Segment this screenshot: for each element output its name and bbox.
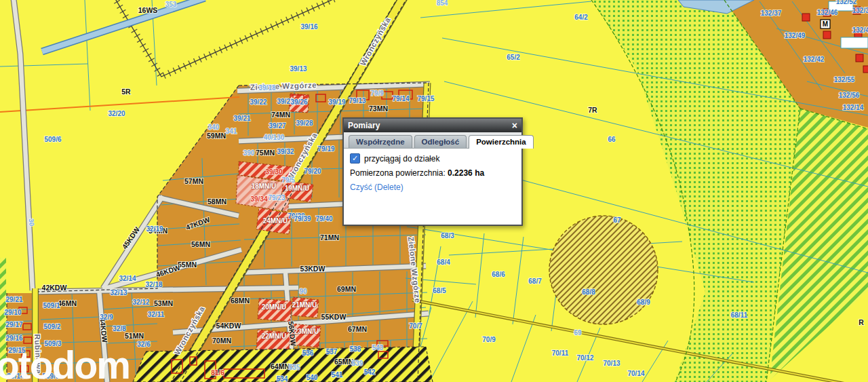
map-label: 64MN bbox=[271, 362, 290, 370]
map-label: 39/13 bbox=[290, 65, 307, 73]
dialog-title: Pomiary bbox=[348, 121, 512, 130]
map-label: 68/3 bbox=[441, 232, 454, 240]
map-label: 79/23 bbox=[268, 194, 285, 202]
map-label: 353 bbox=[165, 1, 177, 8]
map-label: 132/52 bbox=[836, 0, 857, 5]
map-label: 70MN bbox=[212, 337, 231, 345]
map-label: 854 bbox=[437, 0, 448, 7]
map-label: 70/9 bbox=[482, 336, 496, 343]
map-label: 70/7 bbox=[409, 322, 422, 330]
map-label: 132/46 bbox=[817, 9, 838, 16]
snap-checkbox[interactable]: ✓ bbox=[350, 153, 360, 164]
map-label: 57MN bbox=[184, 177, 203, 185]
map-label: 70/12 bbox=[576, 354, 593, 362]
close-icon[interactable]: × bbox=[512, 121, 517, 130]
map-label: 32/18 bbox=[145, 281, 162, 288]
map-label: 79/13 bbox=[349, 97, 366, 104]
map-label: 68/9 bbox=[637, 299, 650, 306]
map-label: 32/13 bbox=[110, 289, 127, 297]
map-label: 32/8 bbox=[113, 325, 126, 332]
map-label: 71MN bbox=[320, 233, 339, 242]
map-label: 537 bbox=[326, 348, 338, 356]
map-label: 29/21 bbox=[5, 296, 22, 303]
map-label: 68/4 bbox=[437, 259, 450, 266]
map-label: 65MN bbox=[334, 358, 353, 366]
map-label: 58MN bbox=[208, 197, 226, 206]
map-label: 46MN bbox=[58, 299, 77, 307]
map-label: 39/27 bbox=[269, 122, 285, 130]
map-label: 68/7 bbox=[528, 278, 542, 285]
map-label: 18MN/U bbox=[252, 183, 277, 190]
map-label: 132/45 bbox=[852, 26, 868, 34]
map-label: 79/19 bbox=[317, 145, 334, 153]
map-label: 70/14 bbox=[627, 370, 644, 377]
map-label: 55MN bbox=[178, 261, 197, 269]
map-label: 69MN bbox=[337, 285, 356, 293]
map-label: 68/8 bbox=[582, 288, 595, 296]
map-label: 55KDW bbox=[321, 313, 347, 321]
map-label: 79/20 bbox=[304, 168, 321, 175]
map-label: 42KDW bbox=[42, 284, 67, 292]
map-label: 39/30 bbox=[265, 168, 282, 176]
map-label: 22MN/U bbox=[262, 332, 287, 340]
map-label: 90 bbox=[299, 288, 307, 295]
clear-measurement-link[interactable]: Czyść (Delete) bbox=[350, 183, 403, 192]
map-label: 75MN bbox=[256, 149, 275, 157]
map-label: 132/56 bbox=[839, 92, 860, 99]
map-label: 40/130 bbox=[264, 134, 285, 141]
map-label: 20MN/U bbox=[262, 303, 287, 311]
map-label: 32/9 bbox=[100, 313, 113, 321]
measured-area-value: 0.2236 ha bbox=[448, 168, 484, 178]
dialog-tabs: Współrzędne Odległość Powierzchnia bbox=[344, 132, 521, 149]
map-label: 39/22 bbox=[250, 98, 267, 106]
snap-checkbox-label[interactable]: przyciągaj do działek bbox=[364, 154, 439, 164]
map-label: 509/2 bbox=[43, 323, 60, 330]
map-label: 5R bbox=[121, 88, 131, 96]
map-label: 7R bbox=[588, 106, 597, 114]
tab-powierzchnia[interactable]: Powierzchnia bbox=[469, 135, 534, 149]
map-label: 39/19 bbox=[328, 98, 345, 106]
tab-wspolrzedne[interactable]: Współrzędne bbox=[349, 135, 412, 148]
map-label: 32/6 bbox=[137, 341, 151, 348]
map-label: R bbox=[859, 318, 864, 326]
map-label: 39/34 bbox=[250, 195, 267, 203]
map-label: 73MN bbox=[369, 104, 388, 113]
map-label: 39/16 bbox=[300, 23, 317, 31]
map-label: 54KDW bbox=[216, 322, 241, 330]
tab-odleglosc[interactable]: Odległość bbox=[414, 135, 467, 148]
map-label: 68/5 bbox=[433, 287, 446, 294]
measured-area-label: Pomierzona powierzchnia: bbox=[350, 168, 446, 178]
otodom-watermark: otodom bbox=[0, 343, 130, 382]
map-label: 32/19 bbox=[146, 225, 163, 233]
map-label: 79/15 bbox=[417, 95, 434, 102]
map-label: 51MN bbox=[125, 332, 144, 340]
map-label: 16WS bbox=[138, 6, 158, 14]
gis-map-application: Zielone WzgórzeWronczyńskaWronczyńskaWro… bbox=[0, 0, 868, 382]
map-label: 70/11 bbox=[552, 349, 569, 357]
map-label: 29/17 bbox=[5, 321, 22, 328]
hatched-circle-area bbox=[549, 216, 658, 324]
map-label: 39/18 bbox=[258, 84, 275, 92]
map-label: 390 bbox=[243, 149, 255, 157]
map-label: 56MN bbox=[191, 240, 210, 248]
map-label: 32/11 bbox=[148, 311, 165, 318]
dialog-titlebar[interactable]: Pomiary × bbox=[344, 119, 521, 132]
map-label: 32/20 bbox=[108, 110, 125, 117]
map-label: 541 bbox=[332, 371, 343, 379]
map-label: 21MN/U bbox=[292, 301, 317, 309]
map-label: 39/26 bbox=[290, 98, 307, 106]
map-label: 132/37 bbox=[761, 9, 782, 17]
map-label: 132/35 bbox=[852, 7, 868, 14]
map-label: 39/28 bbox=[296, 119, 313, 127]
map-label: 32/14 bbox=[119, 275, 136, 282]
map-label: 341 bbox=[226, 128, 237, 135]
map-label: 32/12 bbox=[132, 299, 149, 306]
map-label: 132/42 bbox=[804, 56, 825, 63]
map-label: 79/9 bbox=[370, 90, 384, 97]
map-label: 543 bbox=[372, 344, 384, 351]
map-label: 79/40 bbox=[315, 215, 332, 223]
map-label: 24MN/U bbox=[263, 217, 288, 225]
map-label: 53MN bbox=[154, 299, 173, 307]
map-label: 535 bbox=[289, 364, 300, 371]
map-label: 74MN bbox=[271, 111, 290, 119]
